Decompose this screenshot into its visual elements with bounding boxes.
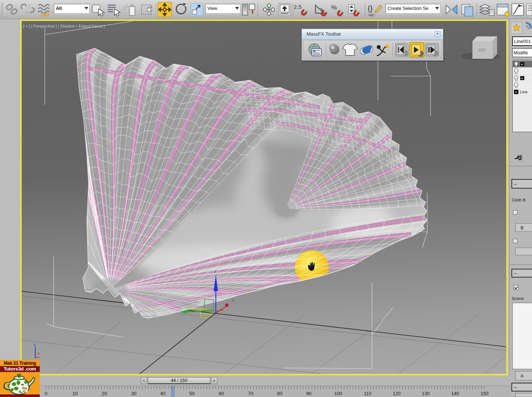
svg-text:2.5: 2.5 [294, 4, 301, 10]
svg-text:–: – [514, 271, 517, 276]
svg-text:ABC: ABC [368, 13, 375, 17]
svg-text:WR: WR [478, 47, 486, 53]
svg-text:+: + [515, 90, 517, 94]
svg-text:+: + [521, 62, 523, 67]
svg-text:x: x [232, 298, 234, 302]
svg-text:%: % [331, 4, 337, 11]
svg-text:–: – [514, 385, 517, 390]
svg-text:{}: {} [368, 4, 373, 12]
svg-text:Cloth B: Cloth B [512, 198, 526, 202]
svg-text:B: B [521, 225, 524, 230]
svg-text:–: – [514, 181, 517, 187]
svg-text:Modifie: Modifie [514, 50, 528, 56]
svg-text:x: x [38, 351, 40, 355]
svg-text:z: z [33, 342, 36, 347]
svg-text:+: + [521, 76, 523, 81]
svg-text:z: z [214, 269, 217, 273]
svg-text:A: A [521, 373, 524, 379]
svg-text:Line001: Line001 [514, 39, 531, 44]
svg-text:21: 21 [23, 390, 26, 393]
svg-text:Scene: Scene [512, 296, 524, 301]
svg-text:Line: Line [520, 90, 528, 94]
